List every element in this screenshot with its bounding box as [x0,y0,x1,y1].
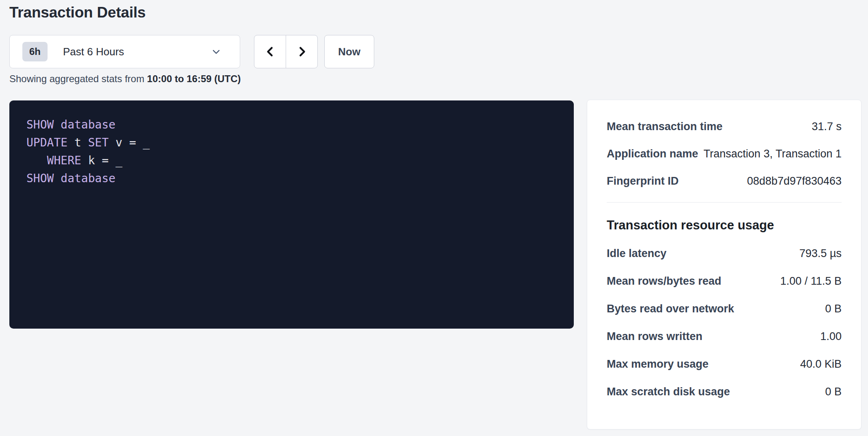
stat-value: 40.0 KiB [800,358,842,371]
sql-line: SHOW database [26,170,562,187]
stat-row-fingerprint-id: Fingerprint ID 08d8b7d97f830463 [607,175,842,191]
resource-stats-group: Idle latency 793.5 µs Mean rows/bytes re… [607,247,842,402]
stat-row-mean-rows-bytes-read: Mean rows/bytes read 1.00 / 11.5 B [607,275,842,291]
time-picker-toolbar: 6h Past 6 Hours [9,35,374,68]
sql-token: v = _ [108,136,150,149]
stat-value: 793.5 µs [799,247,842,260]
stat-row-max-scratch-disk-usage: Max scratch disk usage 0 B [607,386,842,402]
stat-label: Idle latency [607,247,666,260]
stat-label: Mean transaction time [607,120,723,133]
previous-interval-button[interactable] [254,35,286,68]
sql-token: t [67,136,88,149]
chevron-down-icon [210,46,222,57]
chevron-left-icon [264,46,276,58]
sql-token: SET [88,136,109,149]
sql-token: SHOW [26,118,54,131]
sql-token: WHERE [47,154,81,167]
transaction-details-page: Transaction Details 6h Past 6 Hours [0,0,868,436]
sql-line: WHERE k = _ [26,152,562,170]
stat-label: Max scratch disk usage [607,386,730,398]
stat-row-application-name: Application name Transaction 3, Transact… [607,148,842,164]
sql-token: k = _ [81,154,122,167]
time-nav-group [254,35,318,68]
stat-label: Application name [607,148,698,160]
stat-value: 1.00 / 11.5 B [780,275,842,288]
aggregation-interval-text: Showing aggregated stats from 10:00 to 1… [9,73,241,85]
resource-usage-heading: Transaction resource usage [607,217,842,233]
page-title: Transaction Details [9,4,146,21]
stat-value: Transaction 3, Transaction 1 [703,148,842,160]
card-divider [607,202,842,203]
sql-token: database [61,172,115,185]
sql-token: SHOW [26,172,54,185]
sql-line: SHOW database [26,116,562,134]
stat-label: Bytes read over network [607,303,734,315]
time-range-label: Past 6 Hours [63,46,210,58]
stat-row-mean-rows-written: Mean rows written 1.00 [607,330,842,347]
stat-value: 0 B [825,386,842,398]
stat-row-idle-latency: Idle latency 793.5 µs [607,247,842,264]
sql-token: UPDATE [26,136,67,149]
sql-token [54,172,61,185]
subtitle-range: 10:00 to 16:59 (UTC) [147,73,241,84]
stat-value: 1.00 [820,330,842,343]
sql-token [54,118,61,131]
time-range-dropdown[interactable]: 6h Past 6 Hours [9,35,240,68]
stat-value: 31.7 s [812,120,842,133]
stat-label: Mean rows written [607,330,703,343]
summary-stats-group: Mean transaction time 31.7 s Application… [607,120,842,191]
next-interval-button[interactable] [286,35,318,68]
stat-label: Mean rows/bytes read [607,275,721,288]
stat-label: Fingerprint ID [607,175,679,187]
sql-statement-box: SHOW database UPDATE t SET v = _ WHERE k… [9,100,574,329]
now-button[interactable]: Now [324,35,374,68]
transaction-stats-card: Mean transaction time 31.7 s Application… [587,100,861,429]
stat-label: Max memory usage [607,358,709,371]
subtitle-prefix: Showing aggregated stats from [9,73,147,84]
stat-row-bytes-read-over-network: Bytes read over network 0 B [607,303,842,319]
time-range-badge: 6h [22,42,48,62]
stat-row-mean-transaction-time: Mean transaction time 31.7 s [607,120,842,137]
sql-token: database [61,118,115,131]
stat-value: 08d8b7d97f830463 [747,175,842,187]
sql-line: UPDATE t SET v = _ [26,134,562,152]
stat-row-max-memory-usage: Max memory usage 40.0 KiB [607,358,842,374]
chevron-right-icon [296,46,308,58]
sql-token [26,154,47,167]
stat-value: 0 B [825,303,842,315]
